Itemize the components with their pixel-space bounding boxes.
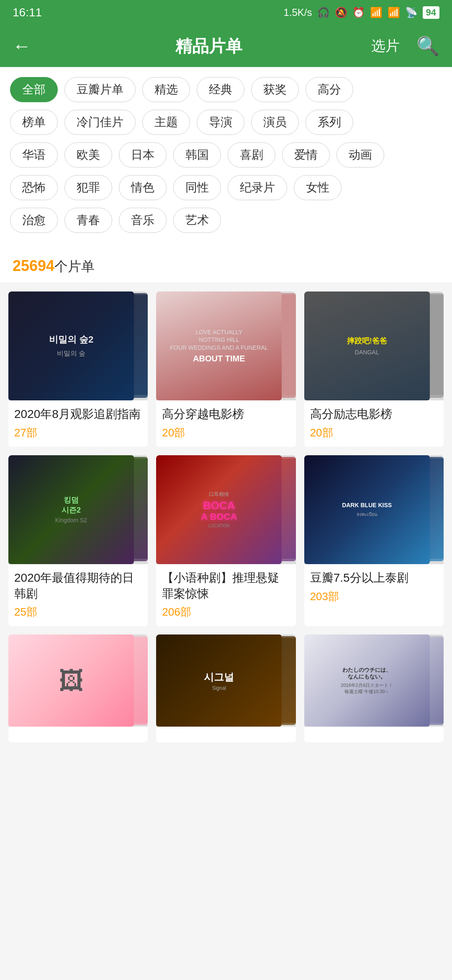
card-cover-4: 킹덤시즌2 Kingdom S2: [8, 455, 148, 564]
filter-tag-youth[interactable]: 青春: [64, 208, 112, 233]
card-cover-6: DARK BLUE KISS ลงทะเบียน: [304, 455, 444, 564]
filter-tag-douban[interactable]: 豆瓣片单: [64, 77, 136, 102]
card-count-4: 25部: [14, 605, 142, 619]
card-main-image-5: 口耳相传 BOCA A BOCA LOCATION: [156, 455, 282, 564]
headphone-icon: 🎧: [317, 7, 330, 18]
card-main-image-8: 시그널 Signal: [156, 634, 282, 727]
filter-tag-romance[interactable]: 爱情: [282, 142, 330, 168]
card-info-2: 高分穿越电影榜 20部: [156, 400, 295, 447]
card-count-6: 203部: [310, 589, 438, 604]
filter-tag-classic[interactable]: 经典: [197, 77, 244, 102]
card-title-6: 豆瓣7.5分以上泰剧: [310, 570, 438, 586]
back-button[interactable]: ←: [13, 36, 46, 57]
playlist-card-6[interactable]: DARK BLUE KISS ลงทะเบียน 豆瓣7.5分以上泰剧 203部: [304, 455, 444, 627]
playlist-card-3[interactable]: 摔跤吧!爸爸 DANGAL 高分励志电影榜 20部: [304, 291, 444, 447]
nav-right-actions: 选片 🔍: [371, 35, 439, 57]
filter-tag-female[interactable]: 女性: [294, 175, 342, 200]
count-display: 25694个片单: [13, 259, 95, 274]
filter-tag-animation[interactable]: 动画: [336, 142, 384, 168]
top-nav: ← 精品片单 选片 🔍: [0, 25, 452, 67]
filter-tag-director[interactable]: 导演: [197, 110, 244, 135]
playlist-card-5[interactable]: 口耳相传 BOCA A BOCA LOCATION 【小语种剧】推理悬疑罪案惊悚…: [156, 455, 295, 627]
filter-row-3: 华语 欧美 日本 韩国 喜剧 爱情 动画: [10, 142, 442, 168]
network-speed: 1.5K/s: [283, 7, 312, 18]
card-cover-8: 시그널 Signal: [156, 634, 295, 727]
count-section: 25694个片单: [0, 247, 452, 283]
filter-tag-erotic[interactable]: 情色: [119, 175, 167, 200]
select-button[interactable]: 选片: [371, 36, 400, 56]
card-info-7: [8, 727, 148, 743]
card-title-1: 2020年8月观影追剧指南: [14, 406, 142, 422]
playlist-card-1[interactable]: 비밀의 숲2 비밀의 숲 2020年8月观影追剧指南 27部: [8, 291, 148, 447]
filter-tag-series[interactable]: 系列: [306, 110, 353, 135]
filter-tag-actor[interactable]: 演员: [251, 110, 299, 135]
filter-tag-western[interactable]: 欧美: [64, 142, 112, 168]
card-count-2: 20部: [162, 426, 290, 440]
search-button[interactable]: 🔍: [416, 35, 439, 57]
card-info-5: 【小语种剧】推理悬疑罪案惊悚 206部: [156, 564, 295, 627]
filter-tag-horror[interactable]: 恐怖: [10, 175, 58, 200]
card-title-4: 2020年最值得期待的日韩剧: [14, 570, 142, 602]
card-cover-3: 摔跤吧!爸爸 DANGAL: [304, 291, 444, 400]
filter-tag-documentary[interactable]: 纪录片: [228, 175, 287, 200]
card-main-image-9: わたしのウチには、なんにもない。 2016年2月6日スタート！毎週土曜 午後10…: [304, 634, 430, 727]
filter-row-2: 榜单 冷门佳片 主题 导演 演员 系列: [10, 110, 442, 135]
filter-tag-hidden[interactable]: 冷门佳片: [64, 110, 136, 135]
filter-tag-healing[interactable]: 治愈: [10, 208, 58, 233]
count-number: 25694: [13, 257, 54, 274]
filter-tag-japanese[interactable]: 日本: [119, 142, 167, 168]
mute-icon: 🔕: [335, 7, 347, 18]
card-info-8: [156, 727, 295, 743]
card-main-image-3: 摔跤吧!爸爸 DANGAL: [304, 291, 430, 400]
card-title-5: 【小语种剧】推理悬疑罪案惊悚: [162, 570, 290, 602]
filter-tag-list[interactable]: 榜单: [10, 110, 58, 135]
card-cover-2: LOVE ACTUALLYNOTTING HILLFOUR WEDDINGS A…: [156, 291, 295, 400]
filter-tag-award[interactable]: 获奖: [251, 77, 299, 102]
card-main-image-6: DARK BLUE KISS ลงทะเบียน: [304, 455, 430, 564]
card-cover-7: 🖼: [8, 634, 148, 727]
filter-section: 全部 豆瓣片单 精选 经典 获奖 高分 榜单 冷门佳片 主题 导演 演员 系列 …: [0, 67, 452, 247]
filter-tag-chinese[interactable]: 华语: [10, 142, 58, 168]
filter-tag-highscore[interactable]: 高分: [306, 77, 353, 102]
playlist-card-9[interactable]: わたしのウチには、なんにもない。 2016年2月6日スタート！毎週土曜 午後10…: [304, 634, 444, 743]
playlist-card-4[interactable]: 킹덤시즌2 Kingdom S2 2020年最值得期待的日韩剧 25部: [8, 455, 148, 627]
filter-tag-comedy[interactable]: 喜剧: [228, 142, 275, 168]
alarm-icon: ⏰: [352, 7, 365, 18]
battery-level: 94: [423, 6, 439, 19]
card-info-3: 高分励志电影榜 20部: [304, 400, 444, 447]
playlist-card-8[interactable]: 시그널 Signal: [156, 634, 295, 743]
playlist-card-2[interactable]: LOVE ACTUALLYNOTTING HILLFOUR WEDDINGS A…: [156, 291, 295, 447]
filter-tag-theme[interactable]: 主题: [142, 110, 190, 135]
filter-tag-lgbt[interactable]: 同性: [173, 175, 221, 200]
card-count-3: 20部: [310, 426, 438, 440]
status-time: 16:11: [13, 6, 42, 19]
filter-tag-korean[interactable]: 韩国: [173, 142, 221, 168]
card-cover-1: 비밀의 숲2 비밀의 숲: [8, 291, 148, 400]
filter-row-4: 恐怖 犯罪 情色 同性 纪录片 女性: [10, 175, 442, 200]
playlist-grid: 비밀의 숲2 비밀의 숲 2020年8月观影追剧指南 27部 LOVE ACTU…: [0, 283, 452, 743]
card-main-image-7: 🖼: [8, 634, 134, 727]
filter-tag-jingxuan[interactable]: 精选: [142, 77, 190, 102]
card-title-3: 高分励志电影榜: [310, 406, 438, 422]
filter-tag-crime[interactable]: 犯罪: [64, 175, 112, 200]
page-title: 精品片单: [46, 35, 371, 58]
signal-icon-2: 📶: [388, 7, 400, 18]
card-count-5: 206部: [162, 605, 290, 619]
filter-tag-music[interactable]: 音乐: [119, 208, 167, 233]
card-main-image-4: 킹덤시즌2 Kingdom S2: [8, 455, 134, 564]
card-cover-5: 口耳相传 BOCA A BOCA LOCATION: [156, 455, 295, 564]
filter-tag-art[interactable]: 艺术: [173, 208, 221, 233]
card-info-4: 2020年最值得期待的日韩剧 25部: [8, 564, 148, 627]
card-cover-9: わたしのウチには、なんにもない。 2016年2月6日スタート！毎週土曜 午後10…: [304, 634, 444, 727]
card-count-1: 27部: [14, 426, 142, 440]
card-info-6: 豆瓣7.5分以上泰剧 203部: [304, 564, 444, 611]
filter-row-5: 治愈 青春 音乐 艺术: [10, 208, 442, 233]
filter-tag-all[interactable]: 全部: [10, 77, 58, 102]
card-info-9: [304, 727, 444, 743]
card-title-2: 高分穿越电影榜: [162, 406, 290, 422]
card-main-image-2: LOVE ACTUALLYNOTTING HILLFOUR WEDDINGS A…: [156, 291, 282, 400]
status-icons: 1.5K/s 🎧 🔕 ⏰ 📶 📶 📡 94: [283, 6, 439, 19]
playlist-card-7[interactable]: 🖼: [8, 634, 148, 743]
card-main-image-1: 비밀의 숲2 비밀의 숲: [8, 291, 134, 400]
signal-icon: 📶: [370, 7, 383, 18]
